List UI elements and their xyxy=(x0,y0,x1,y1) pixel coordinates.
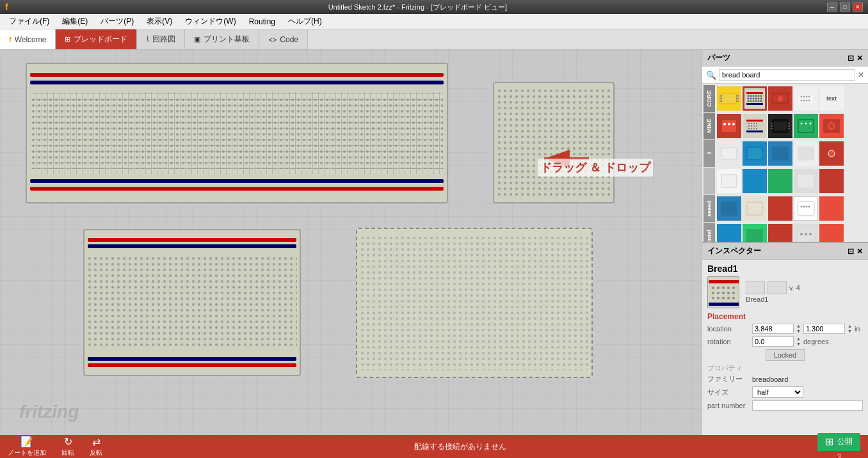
svg-rect-12 xyxy=(719,95,722,97)
part-number-input[interactable] xyxy=(752,400,863,411)
menu-parts[interactable]: パーツ(P) xyxy=(94,15,140,28)
svg-point-36 xyxy=(755,100,757,102)
minimize-button[interactable]: ─ xyxy=(827,3,837,12)
svg-rect-100 xyxy=(823,174,840,188)
canvas-area[interactable]: ドラッグ ＆ ドロップ fritzing xyxy=(0,50,702,435)
menu-window[interactable]: ウィンドウ(W) xyxy=(179,15,242,28)
svg-point-30 xyxy=(755,98,757,100)
part-arduino-2[interactable] xyxy=(743,141,767,166)
maximize-button[interactable]: □ xyxy=(840,3,850,12)
svg-rect-132 xyxy=(709,280,739,283)
svg-rect-16 xyxy=(736,98,739,99)
right-panel: パーツ ⊡ ✕ 🔍 ✕ CORE xyxy=(702,50,868,435)
menu-help[interactable]: ヘルプ(H) xyxy=(282,15,328,28)
placement-title: Placement xyxy=(707,312,863,321)
part-text-label[interactable]: text xyxy=(819,86,844,111)
flip-icon: ⇄ xyxy=(92,436,100,448)
flip-button[interactable]: ⇄ 反転 xyxy=(90,436,102,457)
location-y-spinner[interactable]: ▲▼ xyxy=(848,324,852,334)
tab-code[interactable]: <> Code xyxy=(259,29,308,49)
part-mine-3[interactable] xyxy=(768,114,792,138)
part-arduino-3[interactable] xyxy=(768,141,792,166)
part-white-breadboard[interactable] xyxy=(794,86,818,111)
tab-schematic[interactable]: ⌇ 回路図 xyxy=(137,29,185,49)
svg-rect-1 xyxy=(31,97,443,169)
inspector-expand-icon[interactable]: ⊡ xyxy=(848,247,854,256)
svg-rect-13 xyxy=(719,98,722,99)
menu-view[interactable]: 表示(V) xyxy=(140,15,179,28)
tab-schematic-label: 回路図 xyxy=(152,34,175,45)
part-intel-2[interactable] xyxy=(743,224,767,242)
search-input[interactable] xyxy=(719,69,855,81)
add-note-button[interactable]: 📝 ノートを追加 xyxy=(8,436,46,457)
breadboard-large-top[interactable] xyxy=(26,63,448,203)
svg-rect-92 xyxy=(772,146,789,161)
part-intel-4[interactable] xyxy=(794,224,818,242)
parts-expand-icon[interactable]: ⊡ xyxy=(848,54,854,63)
part-e-3[interactable] xyxy=(768,169,792,193)
menu-file[interactable]: ファイル(F) xyxy=(3,15,56,28)
part-breadboard-selected[interactable] xyxy=(743,86,767,111)
part-arduino-1[interactable] xyxy=(717,141,741,166)
breadboard-large-bottom-right[interactable] xyxy=(356,228,593,378)
search-clear-icon[interactable]: ✕ xyxy=(858,70,864,79)
part-e-5[interactable] xyxy=(819,169,844,193)
breadboard-medium-bottom-left[interactable] xyxy=(83,229,301,376)
svg-point-26 xyxy=(760,95,762,97)
part-arduino-5[interactable] xyxy=(819,141,844,166)
rotation-spinner[interactable]: ▲▼ xyxy=(796,336,801,347)
tab-pcb-label: プリント基板 xyxy=(204,34,250,45)
close-button[interactable]: ✕ xyxy=(853,3,863,12)
parts-grid-area[interactable]: CORE xyxy=(702,84,868,242)
inspector-close-icon[interactable]: ✕ xyxy=(856,247,863,256)
svg-rect-103 xyxy=(748,203,762,214)
svg-rect-77 xyxy=(788,123,790,124)
size-select[interactable]: half full xyxy=(752,386,803,398)
part-e-4[interactable] xyxy=(794,169,818,193)
svg-point-139 xyxy=(712,292,714,294)
svg-point-41 xyxy=(778,96,783,101)
tab-pcb[interactable]: ▣ プリント基板 xyxy=(185,29,259,49)
part-seeed-4[interactable] xyxy=(794,196,818,221)
menu-edit[interactable]: 編集(E) xyxy=(56,15,94,28)
parts-close-icon[interactable]: ✕ xyxy=(856,54,863,63)
menu-routing[interactable]: Routing xyxy=(243,16,282,28)
part-mine-2[interactable] xyxy=(743,114,767,138)
part-yellow-chip[interactable] xyxy=(717,86,741,111)
part-arduino-4[interactable] xyxy=(794,141,818,166)
part-e-1[interactable] xyxy=(717,169,741,193)
part-e-2[interactable] xyxy=(743,169,767,193)
tab-breadboard[interactable]: ⊞ ブレッドボード xyxy=(56,29,137,49)
svg-rect-97 xyxy=(746,174,763,188)
location-x-spinner[interactable]: ▲▼ xyxy=(796,324,801,334)
rotate-button[interactable]: ↻ 回転 xyxy=(61,436,74,457)
part-mine-1[interactable] xyxy=(717,114,741,138)
publish-icon: ⊞ xyxy=(825,436,833,448)
part-mine-5[interactable] xyxy=(819,114,844,138)
part-intel-3[interactable] xyxy=(768,224,792,242)
menu-bar: ファイル(F) 編集(E) パーツ(P) 表示(V) ウィンドウ(W) Rout… xyxy=(0,14,868,29)
family-row: ファミリー breadboard xyxy=(707,374,863,384)
part-seeed-3[interactable] xyxy=(768,196,792,221)
part-mine-4[interactable] xyxy=(794,114,818,138)
bottom-bar: 📝 ノートを追加 ↻ 回転 ⇄ 反転 配線する接続がありません ⊞ 公開 タ xyxy=(0,435,868,458)
publish-button[interactable]: ⊞ 公開 xyxy=(817,433,860,451)
part-seeed-1[interactable] xyxy=(717,196,741,221)
location-x-input[interactable] xyxy=(752,324,794,334)
flip-label: 反転 xyxy=(90,448,102,457)
part-seeed-2[interactable] xyxy=(743,196,767,221)
svg-point-141 xyxy=(722,292,725,294)
tab-code-label: Code xyxy=(280,35,298,44)
rotation-input[interactable] xyxy=(752,336,794,347)
part-red-chip[interactable] xyxy=(768,86,792,111)
svg-point-148 xyxy=(732,297,735,299)
part-intel-5[interactable] xyxy=(819,224,844,242)
tab-welcome[interactable]: f Welcome xyxy=(0,29,56,49)
part-intel-1[interactable] xyxy=(717,224,741,242)
svg-rect-133 xyxy=(709,303,739,306)
svg-rect-91 xyxy=(748,148,762,159)
svg-rect-79 xyxy=(788,128,790,129)
part-seeed-5[interactable] xyxy=(819,196,844,221)
location-y-input[interactable] xyxy=(803,324,845,334)
category-label-mine: MINE xyxy=(703,113,715,139)
